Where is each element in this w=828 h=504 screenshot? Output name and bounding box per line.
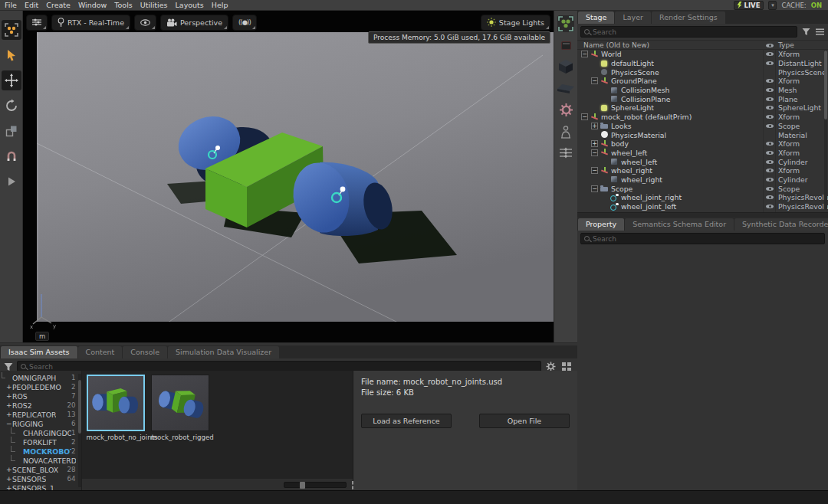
viewport[interactable]: RTX - Real-Time Perspective ((●)) Stage … [23, 11, 554, 342]
selection-mode-icon[interactable] [2, 20, 21, 40]
load-as-reference-button[interactable]: Load as Reference [361, 414, 452, 428]
visibility-eye-icon[interactable] [766, 113, 774, 120]
visibility-eye-icon[interactable] [766, 140, 774, 147]
stage-tree-row[interactable]: SphereLight SphereLight [577, 103, 828, 113]
expander-icon[interactable]: + [6, 485, 12, 491]
asset-category-item[interactable]: + ROS 7 [0, 391, 81, 401]
scale-tool-icon[interactable] [2, 121, 21, 141]
stage-tree-row[interactable]: − GroundPlane Xform [577, 77, 828, 86]
3d-scene[interactable] [37, 32, 554, 322]
filter-icon[interactable] [800, 27, 811, 38]
play-button-icon[interactable] [2, 172, 21, 191]
visibility-options-button[interactable] [134, 15, 156, 31]
stage-tree-row[interactable]: CollisionMesh Mesh [577, 86, 828, 95]
asset-category-item[interactable]: NOVACARTERDEVK [0, 456, 81, 465]
stage-lights-button[interactable]: Stage Lights [481, 15, 550, 31]
menu-utilities[interactable]: Utilities [140, 1, 168, 9]
asset-category-item[interactable]: OMNIGRAPH 1 [0, 373, 81, 382]
visibility-eye-icon[interactable] [766, 203, 774, 210]
asset-category-item[interactable]: + SCENE_BLOX 28 [0, 465, 81, 474]
options-menu-icon[interactable] [814, 27, 825, 38]
rotate-tool-icon[interactable] [2, 96, 21, 116]
character-tool-icon[interactable] [560, 126, 571, 139]
open-file-button[interactable]: Open File [479, 414, 570, 428]
plane-prim-icon[interactable] [557, 83, 575, 94]
renderer-selector[interactable]: RTX - Real-Time [51, 15, 130, 31]
expander-icon[interactable]: − [591, 167, 598, 174]
menu-create[interactable]: Create [46, 1, 71, 9]
stage-scrollbar[interactable] [824, 49, 827, 210]
asset-thumbnail[interactable]: mock_robot_no_joints [87, 375, 146, 441]
asset-category-item[interactable]: + REPLICATOR 13 [0, 410, 81, 419]
audio-settings-button[interactable]: ((●)) [232, 15, 257, 31]
expander-icon[interactable]: + [6, 393, 12, 400]
stage-tree-row[interactable]: − wheel_left Xform [577, 149, 828, 158]
visibility-eye-icon[interactable] [766, 149, 774, 156]
expander-icon[interactable]: − [581, 51, 588, 57]
visibility-eye-icon[interactable] [766, 51, 774, 57]
physics-settings-gear-icon[interactable] [559, 103, 573, 117]
move-tool-icon[interactable] [2, 70, 21, 90]
expander-icon[interactable]: + [6, 384, 12, 391]
property-search-input[interactable] [593, 235, 821, 243]
stage-tree-row[interactable]: + Looks Scope [577, 122, 828, 131]
stage-search[interactable] [580, 26, 797, 38]
viewport-settings-button[interactable] [26, 15, 48, 31]
stage-tree-row[interactable]: + body Xform [577, 139, 828, 149]
expander-icon[interactable]: + [6, 402, 12, 409]
select-tool-icon[interactable] [2, 45, 21, 65]
visibility-eye-icon[interactable] [766, 167, 774, 174]
grid-view-icon[interactable] [560, 362, 574, 371]
cube-prim-icon[interactable] [557, 58, 574, 75]
visibility-eye-icon[interactable] [766, 104, 774, 111]
stage-tree-row[interactable]: wheel_right Cylinder [577, 175, 828, 185]
asset-category-item[interactable]: + SENSORS 64 [0, 474, 81, 483]
asset-thumbnail[interactable]: mock_robot_rigged [151, 375, 211, 441]
tab-render-settings[interactable]: Render Settings [652, 11, 725, 24]
visibility-eye-icon[interactable] [766, 87, 774, 93]
menu-file[interactable]: File [5, 1, 17, 9]
property-search[interactable] [580, 233, 825, 244]
expander-icon[interactable]: + [591, 140, 598, 147]
assets-search-input[interactable] [29, 363, 537, 371]
menu-window[interactable]: Window [78, 1, 107, 9]
stage-tree-row[interactable]: wheel_left Cylinder [577, 157, 828, 166]
visibility-eye-icon[interactable] [766, 176, 774, 183]
expander-icon[interactable]: − [591, 77, 598, 84]
stage-tree-row[interactable]: PhysicsMaterial Material [577, 130, 828, 139]
stage-tree-row[interactable]: defaultLight DistantLight [577, 59, 828, 68]
expander-icon[interactable]: + [6, 411, 12, 418]
asset-category-item[interactable]: + PEOPLEDEMO 2 [0, 382, 81, 391]
tab-isaac-sim-assets[interactable]: Isaac Sim Assets [1, 346, 77, 358]
stage-tree-row[interactable]: − Scope Scope [577, 184, 828, 193]
visibility-eye-icon[interactable] [766, 123, 774, 129]
expander-icon[interactable]: + [6, 476, 12, 483]
expander-icon[interactable]: − [581, 113, 588, 120]
stage-tree-row[interactable]: PhysicsScene PhysicsScene [577, 67, 828, 77]
live-dropdown-button[interactable]: ▾ [768, 1, 777, 10]
stage-tree-row[interactable]: wheel_joint_left PhysicsRevolute [577, 202, 828, 211]
visibility-eye-icon[interactable] [766, 159, 774, 165]
panel-divider[interactable] [577, 212, 828, 218]
tab-semantics-schema-editor[interactable]: Semantics Schema Editor [625, 218, 734, 231]
visibility-eye-icon[interactable] [766, 60, 774, 67]
expander-icon[interactable]: + [6, 466, 12, 473]
menu-tools[interactable]: Tools [114, 1, 132, 9]
camera-selector[interactable]: Perspective [160, 15, 228, 31]
stage-tree-row[interactable]: − wheel_right Xform [577, 166, 828, 175]
menu-edit[interactable]: Edit [25, 1, 38, 9]
asset-category-item[interactable]: + SENSORS_1 [0, 483, 81, 490]
snap-magnet-icon[interactable] [2, 146, 21, 166]
stage-tree-row[interactable]: − World Xform [577, 50, 828, 59]
stage-search-input[interactable] [593, 28, 794, 36]
visibility-eye-icon[interactable] [766, 185, 774, 192]
column-type[interactable]: Type [778, 41, 794, 49]
expander-icon[interactable]: − [591, 185, 598, 192]
visibility-eye-icon[interactable] [766, 96, 774, 103]
column-name[interactable]: Name (Old to New) [577, 41, 649, 49]
expander-icon[interactable]: − [591, 149, 598, 156]
stage-tree-row[interactable]: − mock_robot (defaultPrim) Xform [577, 113, 828, 122]
tab-content[interactable]: Content [78, 346, 123, 358]
expander-icon[interactable]: + [591, 123, 598, 129]
thumbnail-size-slider[interactable] [284, 482, 347, 488]
